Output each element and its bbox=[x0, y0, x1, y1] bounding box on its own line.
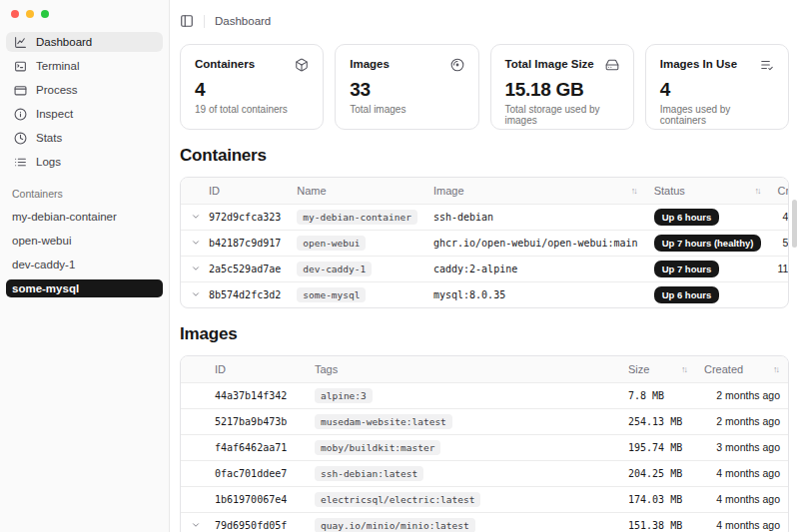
image-tag: moby/buildkit:master bbox=[307, 434, 620, 460]
image-row[interactable]: f4af6462aa71 moby/buildkit:master 195.74… bbox=[181, 434, 788, 460]
divider bbox=[204, 15, 205, 28]
containers-table-header: ID Name Image↑↓ Status↑↓ Created↑↓ bbox=[181, 178, 789, 204]
expand-column-header bbox=[181, 356, 207, 382]
column-header-image[interactable]: Image↑↓ bbox=[425, 178, 646, 204]
sidebar-item-label: Stats bbox=[36, 132, 62, 144]
sidebar-container-list: my-debian-container open-webui dev-caddy… bbox=[6, 208, 163, 297]
image-created: 4 months ago bbox=[696, 460, 788, 486]
card-subtext: Total storage used by images bbox=[505, 104, 619, 126]
sort-icon[interactable]: ↑↓ bbox=[631, 186, 638, 196]
app-window-icon bbox=[14, 84, 27, 97]
chevron-down-icon[interactable] bbox=[181, 230, 201, 256]
column-header-name[interactable]: Name bbox=[289, 178, 425, 204]
terminal-icon bbox=[14, 60, 27, 73]
image-tag: alpine:3 bbox=[307, 382, 620, 408]
sidebar-nav: Dashboard Terminal Process Inspect bbox=[6, 32, 163, 172]
image-size: 195.74 MB bbox=[620, 434, 696, 460]
clock-icon bbox=[14, 132, 27, 145]
image-tag: ssh-debian:latest bbox=[307, 460, 620, 486]
image-size: 204.25 MB bbox=[620, 460, 696, 486]
sidebar-item-label: Dashboard bbox=[36, 36, 92, 48]
sidebar-item-terminal[interactable]: Terminal bbox=[6, 56, 163, 76]
list-icon bbox=[14, 156, 27, 169]
image-row[interactable]: 79d6950fd05f quay.io/minio/minio:latest … bbox=[181, 512, 788, 532]
column-header-created[interactable]: Created↑↓ bbox=[696, 356, 788, 382]
sidebar-item-logs[interactable]: Logs bbox=[6, 152, 163, 172]
container-created: 5 months ago bbox=[769, 230, 789, 256]
sort-icon[interactable]: ↑↓ bbox=[754, 186, 761, 196]
container-status: Up 7 hours (healthy) bbox=[646, 230, 770, 256]
image-id: 0fac701ddee7 bbox=[207, 460, 307, 486]
sidebar-item-my-debian-container[interactable]: my-debian-container bbox=[6, 208, 163, 226]
card-title: Images bbox=[350, 58, 390, 70]
container-row[interactable]: 972d9cfca323 my-debian-container ssh-deb… bbox=[181, 204, 789, 230]
sidebar-item-open-webui[interactable]: open-webui bbox=[6, 232, 163, 250]
card-subtext: 19 of total containers bbox=[195, 104, 309, 115]
sidebar-item-inspect[interactable]: Inspect bbox=[6, 104, 163, 124]
container-image: mysql:8.0.35 bbox=[425, 281, 646, 307]
sidebar-item-stats[interactable]: Stats bbox=[6, 128, 163, 148]
container-row[interactable]: b42187c9d917 open-webui ghcr.io/open-web… bbox=[181, 230, 789, 256]
column-header-id[interactable]: ID bbox=[201, 178, 289, 204]
container-name: dev-caddy-1 bbox=[289, 256, 425, 281]
card-title: Total Image Size bbox=[505, 58, 594, 70]
container-id: 972d9cfca323 bbox=[201, 204, 289, 230]
sort-icon[interactable]: ↑↓ bbox=[773, 364, 780, 374]
sort-icon[interactable]: ↑↓ bbox=[681, 364, 688, 374]
image-created: 4 months ago bbox=[696, 512, 788, 532]
scrollbar-thumb[interactable] bbox=[792, 200, 797, 248]
container-row[interactable]: 2a5c529ad7ae dev-caddy-1 caddy:2-alpine … bbox=[181, 256, 789, 281]
top-bar: Dashboard bbox=[180, 12, 789, 30]
image-created: 4 months ago bbox=[696, 486, 788, 512]
container-label: open-webui bbox=[12, 235, 71, 247]
image-id: f4af6462aa71 bbox=[207, 434, 307, 460]
image-row[interactable]: 5217ba9b473b musedam-website:latest 254.… bbox=[181, 408, 788, 434]
container-name: some-mysql bbox=[289, 281, 425, 307]
card-total-image-size: Total Image Size 15.18 GB Total storage … bbox=[490, 44, 634, 130]
app-window: Dashboard Terminal Process Inspect bbox=[0, 0, 799, 532]
container-image: ssh-debian bbox=[425, 204, 646, 230]
sidebar-section-label: Containers bbox=[12, 188, 163, 200]
chevron-down-icon[interactable] bbox=[181, 256, 201, 281]
sidebar-item-label: Process bbox=[36, 84, 78, 96]
sidebar-item-dev-caddy-1[interactable]: dev-caddy-1 bbox=[6, 256, 163, 273]
image-tag: musedam-website:latest bbox=[307, 408, 620, 434]
expand-cell bbox=[181, 434, 207, 460]
card-value: 4 bbox=[195, 79, 309, 101]
status-badge: Up 6 hours bbox=[654, 209, 720, 226]
container-row[interactable]: 8b574d2fc3d2 some-mysql mysql:8.0.35 Up … bbox=[181, 281, 789, 307]
chevron-down-icon[interactable] bbox=[181, 204, 201, 230]
expand-cell bbox=[181, 460, 207, 486]
card-value: 15.18 GB bbox=[505, 79, 619, 101]
column-header-size[interactable]: Size↑↓ bbox=[620, 356, 696, 382]
sidebar-item-some-mysql[interactable]: some-mysql bbox=[6, 279, 163, 297]
column-header-tags[interactable]: Tags bbox=[307, 356, 620, 382]
containers-section-title: Containers bbox=[180, 146, 789, 166]
zoom-window-button[interactable] bbox=[41, 10, 49, 18]
column-header-status[interactable]: Status↑↓ bbox=[646, 178, 770, 204]
breadcrumb: Dashboard bbox=[215, 15, 271, 27]
close-window-button[interactable] bbox=[11, 10, 19, 18]
column-header-created[interactable]: Created↑↓ bbox=[769, 178, 789, 204]
status-badge: Up 7 hours bbox=[654, 261, 720, 277]
hard-drive-icon bbox=[605, 58, 619, 72]
stat-cards: Containers 4 19 of total containers Imag… bbox=[180, 44, 789, 130]
chevron-down-icon[interactable] bbox=[181, 281, 201, 307]
sidebar: Dashboard Terminal Process Inspect bbox=[0, 0, 170, 532]
expand-cell bbox=[181, 382, 207, 408]
column-header-id[interactable]: ID bbox=[207, 356, 307, 382]
container-label: dev-caddy-1 bbox=[12, 259, 75, 270]
disc-icon bbox=[450, 58, 464, 72]
image-row[interactable]: 1b61970067e4 electricsql/electric:latest… bbox=[181, 486, 788, 512]
status-badge: Up 7 hours (healthy) bbox=[654, 235, 762, 252]
chevron-down-icon[interactable] bbox=[181, 512, 207, 532]
image-row[interactable]: 0fac701ddee7 ssh-debian:latest 204.25 MB… bbox=[181, 460, 788, 486]
image-row[interactable]: 44a37b14f342 alpine:3 7.8 MB 2 months ag… bbox=[181, 382, 788, 408]
sidebar-item-process[interactable]: Process bbox=[6, 80, 163, 100]
image-size: 174.03 MB bbox=[620, 486, 696, 512]
images-table-header: ID Tags Size↑↓ Created↑↓ bbox=[181, 356, 788, 382]
sidebar-item-dashboard[interactable]: Dashboard bbox=[6, 32, 163, 52]
image-id: 1b61970067e4 bbox=[207, 486, 307, 512]
panel-left-toggle-icon[interactable] bbox=[180, 14, 194, 28]
minimize-window-button[interactable] bbox=[26, 10, 34, 18]
